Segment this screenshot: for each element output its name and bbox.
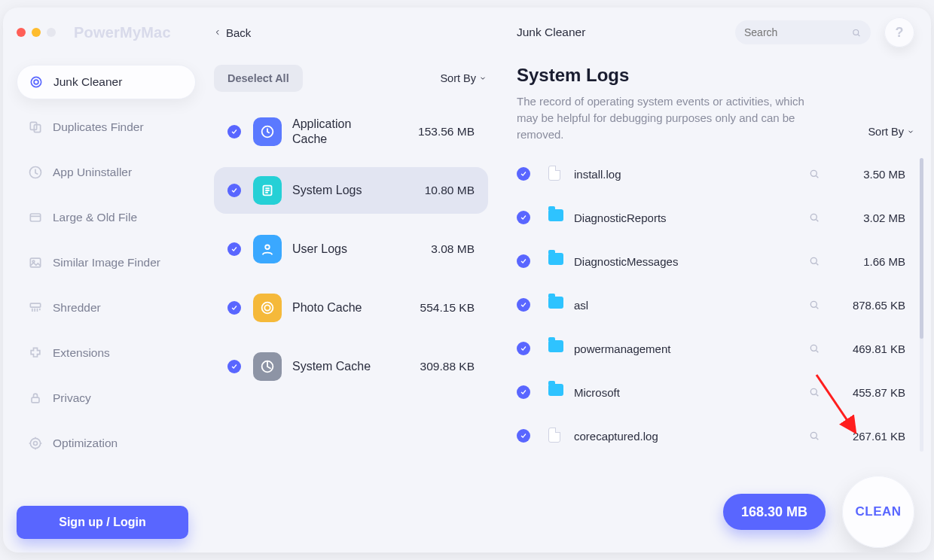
- detail-panel: Junk Cleaner ? System Logs The record of…: [506, 8, 931, 552]
- panel-title: System Logs: [517, 65, 818, 86]
- category-size: 10.80 MB: [425, 184, 475, 197]
- file-name: asl: [574, 299, 588, 312]
- file-row[interactable]: powermanagement 469.81 KB: [517, 332, 905, 365]
- category-list: ApplicationCache 153.56 MB System Logs 1…: [214, 108, 493, 390]
- reveal-icon[interactable]: [806, 209, 823, 226]
- reveal-icon[interactable]: [806, 340, 823, 357]
- sidebar-item-similar-image-finder[interactable]: Similar Image Finder: [17, 245, 196, 280]
- reveal-icon[interactable]: [806, 428, 823, 444]
- file-name: powermanagement: [574, 342, 670, 355]
- sidebar-item-label: Large & Old File: [53, 211, 137, 224]
- svg-rect-8: [30, 303, 40, 307]
- minimize-window-icon[interactable]: [32, 28, 41, 37]
- svg-point-15: [264, 305, 270, 310]
- search-icon: [851, 27, 862, 38]
- sidebar-item-junk-cleaner[interactable]: Junk Cleaner: [17, 65, 196, 99]
- category-row[interactable]: System Logs 10.80 MB: [214, 167, 488, 214]
- file-row[interactable]: DiagnosticMessages 1.66 MB: [517, 245, 905, 278]
- svg-point-20: [810, 215, 816, 221]
- large-file-icon: [27, 209, 44, 226]
- sidebar-item-duplicates-finder[interactable]: Duplicates Finder: [17, 110, 196, 145]
- reveal-icon[interactable]: [806, 297, 823, 313]
- file-name: DiagnosticMessages: [574, 255, 678, 268]
- checkbox-checked-icon[interactable]: [517, 254, 530, 268]
- svg-point-19: [810, 171, 816, 177]
- scrollbar-thumb[interactable]: [920, 158, 923, 339]
- sort-by-category-dropdown[interactable]: Sort By: [440, 72, 487, 84]
- back-button[interactable]: Back: [214, 26, 251, 39]
- category-icon: [253, 294, 282, 322]
- checkbox-checked-icon[interactable]: [517, 167, 530, 181]
- privacy-icon: [27, 390, 44, 406]
- category-row[interactable]: Photo Cache 554.15 KB: [214, 285, 488, 331]
- sidebar-item-extensions[interactable]: Extensions: [17, 336, 196, 370]
- reveal-icon[interactable]: [806, 384, 823, 400]
- svg-point-1: [34, 80, 38, 84]
- search-input[interactable]: [744, 26, 851, 38]
- file-row[interactable]: DiagnosticReports 3.02 MB: [517, 201, 905, 234]
- shredder-icon: [27, 300, 44, 316]
- checkbox-checked-icon[interactable]: [227, 242, 241, 256]
- maximize-window-icon[interactable]: [47, 28, 56, 37]
- back-label: Back: [226, 26, 251, 39]
- category-icon: [253, 117, 282, 146]
- category-row[interactable]: System Cache 309.88 KB: [214, 343, 488, 390]
- sidebar-item-app-uninstaller[interactable]: App Uninstaller: [17, 155, 196, 190]
- panel-description: The record of operating system events or…: [517, 93, 818, 142]
- file-row[interactable]: corecaptured.log 267.61 KB: [517, 419, 905, 452]
- checkbox-checked-icon[interactable]: [517, 211, 530, 224]
- checkbox-checked-icon[interactable]: [517, 298, 530, 312]
- help-button[interactable]: ?: [884, 17, 914, 47]
- file-row[interactable]: install.log 3.50 MB: [517, 157, 905, 190]
- breadcrumb: Junk Cleaner: [517, 26, 585, 39]
- checkbox-checked-icon[interactable]: [227, 184, 241, 197]
- folder-icon: [548, 253, 563, 265]
- sidebar-item-large-old-file[interactable]: Large & Old File: [17, 200, 196, 235]
- file-row[interactable]: Microsoft 455.87 KB: [517, 376, 905, 409]
- file-row[interactable]: asl 878.65 KB: [517, 288, 905, 321]
- sort-by-files-dropdown[interactable]: Sort By: [868, 126, 914, 138]
- checkbox-checked-icon[interactable]: [227, 360, 241, 373]
- uninstaller-icon: [27, 164, 44, 181]
- checkbox-checked-icon[interactable]: [517, 385, 530, 399]
- file-size: 3.02 MB: [833, 212, 905, 224]
- clean-button[interactable]: CLEAN: [842, 476, 914, 548]
- file-size: 1.66 MB: [833, 255, 905, 268]
- deselect-all-button[interactable]: Deselect All: [214, 65, 303, 92]
- close-window-icon[interactable]: [17, 28, 26, 37]
- sidebar-item-shredder[interactable]: Shredder: [17, 291, 196, 325]
- checkbox-checked-icon[interactable]: [517, 429, 530, 443]
- category-label: System Cache: [292, 359, 371, 374]
- svg-point-24: [810, 389, 816, 395]
- scrollbar-track[interactable]: [920, 158, 923, 452]
- sidebar-item-label: Junk Cleaner: [53, 75, 122, 89]
- category-size: 153.56 MB: [418, 125, 475, 138]
- sidebar-item-label: Extensions: [53, 346, 110, 360]
- reveal-icon[interactable]: [806, 253, 823, 269]
- similar-image-icon: [27, 254, 44, 271]
- sidebar-nav: Junk Cleaner Duplicates Finder App Unins…: [17, 65, 196, 461]
- checkbox-checked-icon[interactable]: [517, 342, 530, 355]
- checkbox-checked-icon[interactable]: [227, 301, 241, 315]
- app-brand: PowerMyMac: [74, 24, 171, 41]
- search-box[interactable]: [735, 20, 871, 44]
- sidebar-item-optimization[interactable]: Optimization: [17, 426, 196, 461]
- login-button[interactable]: Sign up / Login: [17, 506, 188, 539]
- category-row[interactable]: User Logs 3.08 MB: [214, 226, 488, 272]
- file-size: 469.81 KB: [833, 342, 905, 355]
- sidebar-item-privacy[interactable]: Privacy: [17, 381, 196, 415]
- folder-icon: [548, 209, 563, 221]
- svg-point-11: [30, 438, 40, 448]
- folder-icon: [548, 297, 563, 309]
- svg-rect-9: [32, 397, 39, 403]
- file-size: 267.61 KB: [833, 430, 905, 443]
- total-size-badge: 168.30 MB: [723, 494, 826, 530]
- svg-point-21: [810, 258, 816, 264]
- reveal-icon[interactable]: [806, 166, 823, 182]
- sidebar-item-label: Optimization: [53, 437, 118, 450]
- checkbox-checked-icon[interactable]: [227, 125, 241, 138]
- file-size: 878.65 KB: [833, 299, 905, 312]
- sidebar-item-label: Shredder: [53, 301, 101, 315]
- category-row[interactable]: ApplicationCache 153.56 MB: [214, 108, 488, 155]
- sort-by-label: Sort By: [868, 126, 904, 138]
